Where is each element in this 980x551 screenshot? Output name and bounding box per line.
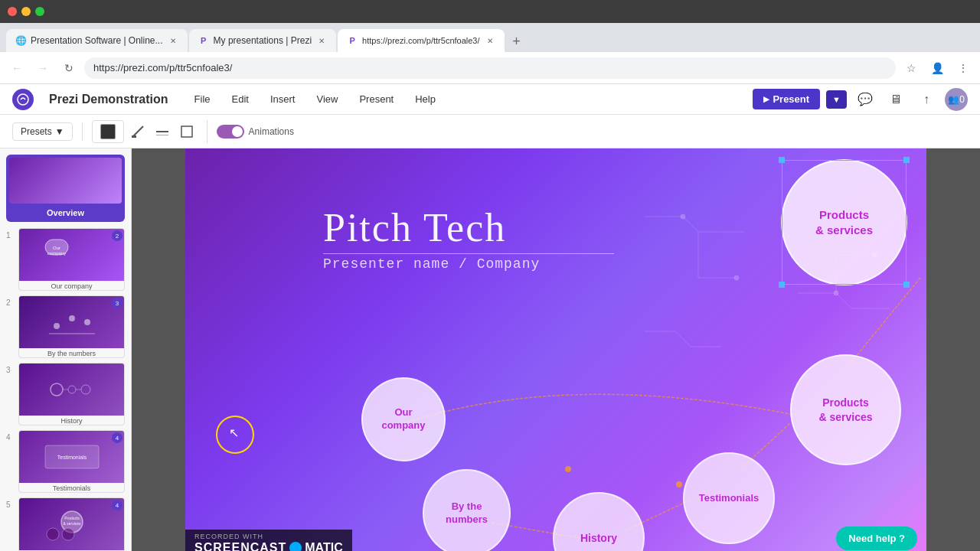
svg-point-32 [565, 466, 571, 472]
circle-by-the-numbers[interactable]: By thenumbers [423, 469, 511, 551]
color-group [92, 120, 207, 143]
menu-insert[interactable]: Insert [260, 84, 306, 115]
circle-testimonials[interactable]: Testimonials [683, 452, 775, 544]
color-fill-button[interactable] [92, 120, 124, 143]
menu-present[interactable]: Present [348, 84, 404, 115]
line-color-button[interactable] [127, 121, 149, 142]
toolbar: Presets ▼ [0, 115, 980, 148]
circle-products-large[interactable]: Products& services [781, 159, 907, 285]
svg-line-1 [132, 126, 143, 137]
watermark-dot [289, 542, 302, 551]
sel-corner-bl [779, 282, 785, 288]
menu-edit[interactable]: Edit [221, 84, 260, 115]
slide-subtitle: Presenter name / Company [323, 256, 540, 272]
svg-point-10 [54, 323, 60, 329]
main-area: Overview 1 2 Our company [0, 148, 980, 551]
border-button[interactable] [176, 121, 198, 142]
circle-products-medium[interactable]: Products& services [790, 354, 901, 465]
canvas-area[interactable]: Pitch Tech Presenter name / Company Ourc… [132, 148, 980, 551]
minimize-button[interactable] [21, 7, 31, 16]
tab-3-close[interactable]: ✕ [485, 35, 495, 46]
slide-num-3: 3 [6, 366, 15, 374]
animation-switch[interactable] [217, 125, 244, 139]
settings-button[interactable]: ⋮ [952, 57, 974, 79]
prezi-icon [12, 89, 34, 110]
user-profile-button[interactable]: 👤 [926, 57, 948, 79]
tab-1-favicon: 🌐 [15, 35, 26, 46]
present-dropdown-button[interactable]: ▼ [826, 90, 847, 109]
title-underline [323, 253, 614, 254]
slide-badge-5: 4 [112, 500, 122, 510]
tab-3-label: https://prezi.com/p/ttr5cnfoale3/ [362, 36, 479, 45]
slide-num-5: 5 [6, 500, 15, 509]
maximize-button[interactable] [35, 7, 44, 16]
address-bar[interactable]: https://prezi.com/p/ttr5cnfoale3/ [84, 57, 896, 79]
line-style-button[interactable] [152, 121, 173, 142]
chat-button[interactable]: 💬 [853, 87, 877, 112]
new-tab-button[interactable]: + [506, 31, 528, 52]
presets-button[interactable]: Presets ▼ [12, 122, 73, 141]
present-button[interactable]: ▶ Present [753, 89, 820, 109]
slide-item-5[interactable]: 5 4 Products & services [6, 497, 125, 551]
svg-point-28 [681, 214, 685, 219]
svg-point-12 [84, 319, 90, 325]
need-help-button[interactable]: Need help ? [836, 527, 917, 550]
overview-label: Overview [9, 207, 122, 219]
bookmark-button[interactable]: ☆ [900, 57, 922, 79]
svg-rect-5 [181, 126, 192, 137]
presentation-title: Prezi Demonstration [49, 93, 168, 106]
circle-our-company[interactable]: Ourcompany [361, 377, 446, 461]
slide-thumb-4[interactable]: 4 Testimonials Testimonials [18, 430, 125, 493]
circle-testimonials-label: Testimonials [699, 492, 760, 505]
tab-2-favicon: P [198, 35, 209, 46]
tab-2[interactable]: P My presentations | Prezi ✕ [189, 29, 337, 52]
menu-right: ▶ Present ▼ 💬 🖥 ↑ 👥0 [753, 87, 968, 112]
svg-point-0 [18, 94, 28, 105]
svg-point-30 [834, 291, 838, 295]
address-bar-row: ← → ↻ https://prezi.com/p/ttr5cnfoale3/ … [0, 52, 980, 84]
watermark-matic: MATIC [305, 541, 342, 551]
svg-point-11 [69, 315, 75, 321]
watermark-recorded-text: RECORDED WITH [194, 533, 343, 540]
svg-point-33 [676, 481, 682, 487]
tab-1[interactable]: 🌐 Presentation Software | Online... ✕ [6, 29, 188, 52]
menu-file[interactable]: File [184, 84, 221, 115]
tab-1-close[interactable]: ✕ [168, 35, 178, 46]
circle-history-label: History [580, 531, 617, 545]
svg-point-13 [51, 383, 63, 396]
slide-thumb-2[interactable]: 3 By the numbers [18, 295, 125, 358]
menu-help[interactable]: Help [404, 84, 446, 115]
circle-history[interactable]: History [553, 492, 645, 551]
user-avatar[interactable]: 👥0 [945, 88, 968, 111]
reload-button[interactable]: ↻ [58, 57, 80, 79]
screen-share-button[interactable]: 🖥 [884, 87, 908, 112]
slide-thumb-3[interactable]: History [18, 363, 125, 425]
slide-item-1[interactable]: 1 2 Our company Our company [6, 228, 125, 291]
sel-corner-tl [779, 157, 785, 163]
tab-2-label: My presentations | Prezi [214, 35, 312, 46]
slide-thumb-1[interactable]: 2 Our company Our company [18, 228, 125, 291]
prezi-app: Prezi Demonstration File Edit Insert Vie… [0, 84, 980, 551]
slide-item-2[interactable]: 2 3 By the numbers [6, 295, 125, 358]
tab-2-close[interactable]: ✕ [316, 35, 327, 46]
cursor-arrow: ↖ [229, 425, 239, 440]
slide-thumb-5[interactable]: 4 Products & services Products & ser... [18, 497, 125, 551]
back-button[interactable]: ← [6, 57, 28, 79]
presentation-canvas[interactable]: Pitch Tech Presenter name / Company Ourc… [185, 148, 926, 551]
menu-view[interactable]: View [305, 84, 348, 115]
slide-label-1: Our company [19, 281, 124, 290]
circle-products-medium-label: Products& services [818, 396, 872, 423]
tab-3[interactable]: P https://prezi.com/p/ttr5cnfoale3/ ✕ [338, 29, 504, 52]
tab-1-label: Presentation Software | Online... [31, 35, 163, 46]
share-button[interactable]: ↑ [914, 87, 939, 112]
forward-button[interactable]: → [32, 57, 54, 79]
slide-label-4: Testimonials [19, 483, 124, 492]
overview-button[interactable]: Overview [6, 155, 125, 222]
close-button[interactable] [8, 7, 17, 16]
slide-label-2: By the numbers [19, 348, 124, 357]
svg-text:Our: Our [52, 246, 60, 250]
svg-text:& services: & services [63, 521, 81, 526]
slide-item-4[interactable]: 4 4 Testimonials Testimonials [6, 430, 125, 493]
slide-item-3[interactable]: 3 History [6, 363, 125, 425]
svg-point-14 [68, 386, 76, 393]
